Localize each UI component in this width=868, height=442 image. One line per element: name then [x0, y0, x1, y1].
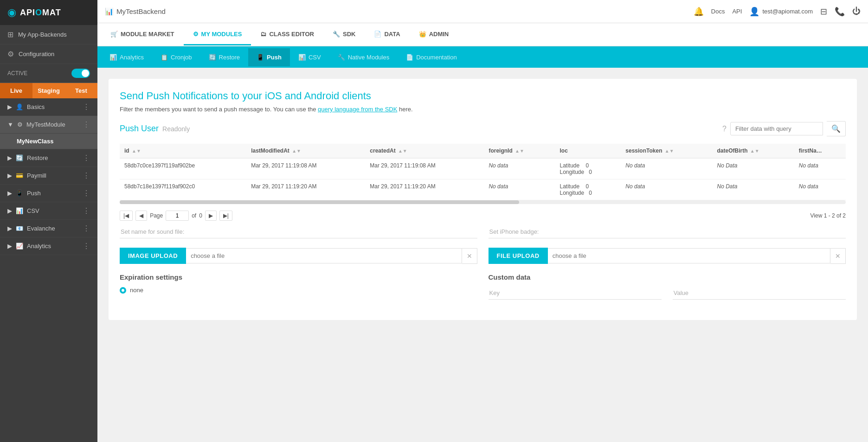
- tab-test[interactable]: Test: [65, 83, 97, 98]
- sub-tab-documentation[interactable]: 📄 Documentation: [398, 48, 465, 66]
- file-upload-button[interactable]: FILE UPLOAD: [489, 248, 548, 264]
- push-notifications-card: Send Push Notifications to your iOS and …: [109, 79, 857, 320]
- prev-page-button[interactable]: ◀: [135, 211, 147, 221]
- sidebar-item-mynewclass[interactable]: MyNewClass: [0, 134, 97, 149]
- evalanche-icon: 📧: [16, 225, 23, 232]
- sub-tab-analytics[interactable]: 📊 Analytics: [101, 48, 152, 66]
- file-clear-button[interactable]: ✕: [830, 248, 846, 264]
- sub-tab-csv[interactable]: 📊 CSV: [290, 48, 329, 66]
- docs-link[interactable]: Docs: [711, 8, 725, 15]
- tab-staging[interactable]: Staging: [32, 83, 65, 98]
- push-user-title: Push User: [120, 124, 159, 134]
- total-pages: 0: [199, 212, 202, 219]
- sidebar-item-evalanche[interactable]: ▶ 📧 Evalanche ⋮: [0, 220, 97, 237]
- horizontal-scrollbar[interactable]: [120, 200, 846, 204]
- sub-tab-cronjob[interactable]: 📋 Cronjob: [152, 48, 200, 66]
- tab-class-editor[interactable]: 🗂 CLASS EDITOR: [251, 24, 323, 45]
- expiration-options: none: [120, 287, 477, 294]
- sidebar: ◉ APIOMAT ⊞ My App-Backends ⚙ Configurat…: [0, 0, 97, 442]
- tab-data-label: DATA: [384, 31, 400, 38]
- tab-admin-label: ADMIN: [429, 31, 449, 38]
- table-header: id ▲▼ lastModifiedAt ▲▼ createdAt ▲▼ for…: [120, 144, 846, 158]
- col-loc: loc: [555, 144, 621, 158]
- more-icon-4[interactable]: ⋮: [83, 171, 90, 180]
- radio-none[interactable]: none: [120, 287, 143, 294]
- sidebar-item-configuration[interactable]: ⚙ Configuration: [0, 45, 97, 64]
- sub-tab-restore[interactable]: 🔄 Restore: [200, 48, 249, 66]
- sub-tab-push[interactable]: 📱 Push: [248, 48, 290, 66]
- topbar-backend-title: 📊 MyTestBackend: [105, 7, 166, 16]
- key-field: [489, 287, 662, 300]
- tab-module-market[interactable]: 🛒 MODULE MARKET: [101, 24, 184, 45]
- sub-tab-analytics-label: Analytics: [120, 54, 144, 61]
- help-icon[interactable]: ?: [722, 125, 727, 133]
- sidebar-item-paymill[interactable]: ▶ 💳 Paymill ⋮: [0, 167, 97, 185]
- backend-icon: 📊: [105, 7, 114, 16]
- user-area[interactable]: 👤 test@apiomat.com: [749, 6, 813, 17]
- filter-search-button[interactable]: 🔍: [827, 121, 846, 136]
- more-icon-6[interactable]: ⋮: [83, 206, 90, 215]
- col-last-modified: lastModifiedAt ▲▼: [246, 144, 365, 158]
- my-modules-icon: ⚙: [193, 31, 199, 38]
- page-number-input[interactable]: [166, 211, 189, 221]
- chevron-right-icon-3: ▶: [7, 172, 12, 179]
- power-icon[interactable]: ⏻: [852, 6, 861, 16]
- admin-icon: 👑: [419, 31, 426, 38]
- sidebar-item-basics[interactable]: ▶ 👤 Basics ⋮: [0, 98, 97, 116]
- table-row: 58db7c18e1397f119af902c0 Mar 29, 2017 11…: [120, 179, 846, 200]
- active-toggle[interactable]: [71, 69, 90, 78]
- user-email: test@apiomat.com: [762, 8, 813, 15]
- value-input[interactable]: [673, 287, 846, 300]
- api-link[interactable]: API: [732, 8, 742, 15]
- scrollbar-thumb[interactable]: [120, 200, 519, 204]
- sidebar-item-push[interactable]: ▶ 📱 Push ⋮: [0, 185, 97, 202]
- tab-my-modules[interactable]: ⚙ MY MODULES: [184, 24, 251, 45]
- sub-tab-cronjob-label: Cronjob: [171, 54, 192, 61]
- more-icon[interactable]: ⋮: [83, 102, 90, 111]
- data-icon: 📄: [374, 31, 381, 38]
- tab-live[interactable]: Live: [0, 83, 32, 98]
- sub-tab-native-modules[interactable]: 🔧 Native Modules: [329, 48, 398, 66]
- col-foreign-id: foreignId ▲▼: [484, 144, 555, 158]
- tab-data[interactable]: 📄 DATA: [365, 24, 409, 45]
- tab-admin[interactable]: 👑 ADMIN: [410, 24, 458, 45]
- image-clear-button[interactable]: ✕: [462, 248, 477, 264]
- more-icon-5[interactable]: ⋮: [83, 189, 90, 198]
- more-icon-8[interactable]: ⋮: [83, 242, 90, 250]
- more-icon-3[interactable]: ⋮: [83, 154, 90, 162]
- key-input[interactable]: [489, 287, 662, 300]
- module-market-icon: 🛒: [110, 31, 118, 38]
- badge-field: [489, 225, 846, 238]
- filter-input[interactable]: [730, 122, 823, 135]
- cronjob-icon: 📋: [161, 54, 168, 61]
- sub-tab-documentation-label: Documentation: [416, 54, 457, 61]
- sound-input[interactable]: [120, 225, 477, 238]
- image-upload-button[interactable]: IMAGE UPLOAD: [120, 248, 186, 264]
- more-icon-2[interactable]: ⋮: [83, 120, 90, 129]
- sidebar-item-analytics[interactable]: ▶ 📈 Analytics ⋮: [0, 237, 97, 255]
- phone-icon[interactable]: 📞: [835, 6, 845, 17]
- badge-input[interactable]: [489, 225, 846, 238]
- more-icon-7[interactable]: ⋮: [83, 224, 90, 233]
- tab-sdk[interactable]: 🔧 SDK: [323, 24, 365, 45]
- cell-loc-2: Latitude 0 Longitude 0: [555, 179, 621, 200]
- sidebar-item-csv[interactable]: ▶ 📊 CSV ⋮: [0, 202, 97, 220]
- push-user-header: Push User Readonly ? 🔍: [120, 121, 846, 136]
- col-id: id ▲▼: [120, 144, 246, 158]
- native-modules-icon: 🔧: [338, 54, 345, 61]
- sidebar-item-restore[interactable]: ▶ 🔄 Restore ⋮: [0, 149, 97, 167]
- backend-name: MyTestBackend: [116, 7, 166, 15]
- window-icon[interactable]: ⊟: [820, 6, 827, 17]
- next-page-button[interactable]: ▶: [205, 211, 217, 221]
- notification-icon[interactable]: 🔔: [694, 6, 704, 17]
- file-file-input[interactable]: [548, 248, 830, 263]
- last-page-button[interactable]: ▶|: [219, 211, 232, 221]
- sdk-query-link[interactable]: query language from the SDK: [318, 106, 397, 113]
- push-user-subtitle: Readonly: [162, 125, 190, 133]
- expiration-section: Expiration settings none: [120, 273, 477, 300]
- first-page-button[interactable]: |◀: [120, 211, 133, 221]
- chevron-right-icon-2: ▶: [7, 154, 12, 161]
- sidebar-item-my-app-backends[interactable]: ⊞ My App-Backends: [0, 25, 97, 45]
- sidebar-item-mytestmodule[interactable]: ▼ ⚙ MyTestModule ⋮: [0, 116, 97, 134]
- image-file-input[interactable]: [186, 248, 462, 263]
